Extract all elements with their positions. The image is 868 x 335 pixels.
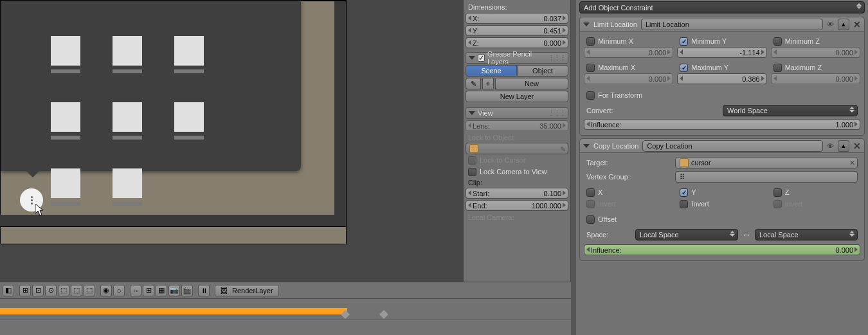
delete-constraint-button[interactable]: ✕ [853,141,861,151]
grease-pencil-checkbox[interactable]: ✓ [478,54,485,62]
drag-grip-icon[interactable]: ⋮⋮⋮ [548,109,565,118]
copy-x-checkbox[interactable]: X [584,186,673,198]
timeline[interactable] [0,299,572,335]
influence-field[interactable]: Influence:1.000 [584,119,860,130]
camera-icon[interactable]: 🎬 [181,285,193,296]
render-layer-label: RenderLayer [232,287,273,294]
shading-icon[interactable]: ◉ [100,285,112,296]
snap-icon[interactable]: ⊞ [19,285,31,296]
asset-thumb-1[interactable] [51,36,80,73]
gp-add-button[interactable]: + [482,78,494,89]
gp-new-button[interactable]: New [495,78,568,89]
lens-field[interactable]: Lens:35.000 [466,120,568,131]
eye-icon[interactable]: 👁 [827,21,834,28]
clip-start[interactable]: Start:0.100 [466,188,568,199]
min-y-checkbox[interactable]: Minimum Y [677,35,766,47]
add-object-constraint-dropdown[interactable]: Add Object Constraint [579,1,865,14]
delete-constraint-button[interactable]: ✕ [853,19,861,30]
asset-thumb-8[interactable] [113,168,142,206]
pencil-icon-button[interactable]: ✎ [466,78,481,89]
asset-thumb-7[interactable] [51,168,80,206]
local-camera-label: Local Camera: [466,212,568,222]
dimension-z[interactable]: Z:0.000 [466,37,568,48]
n-panel: Dimensions: X:0.037 Y:0.451 Z:0.000 ✓ Gr… [463,0,570,282]
convert-label: Convert: [586,107,613,114]
min-z-checkbox[interactable]: Minimum Z [771,35,860,47]
manipulator-icon[interactable]: ↔ [130,285,141,296]
viewport-header: ◧ ⊞ ⊡ ⊙ ⬚ ⬚ ⬚ ◉ ○ ↔ ⊞ ▦ 📷 🎬 ⏸ 🖼 RenderLa… [0,282,572,298]
eye-icon[interactable]: 👁 [827,142,834,150]
space-from-dropdown[interactable]: Local Space [635,229,738,240]
max-z-checkbox[interactable]: Maximum Z [771,62,860,73]
drag-grip-icon[interactable]: ⋮⋮⋮ [548,54,565,62]
proportional-icon[interactable]: ○ [113,285,125,296]
pause-icon[interactable]: ⏸ [198,285,210,296]
max-y-value[interactable]: 0.386 [677,73,766,84]
asset-popup[interactable] [1,1,301,171]
influence-field[interactable]: Influence:0.000 [584,244,860,255]
target-label: Target: [586,159,670,167]
dimensions-header: Dimensions: [466,1,568,13]
convert-dropdown[interactable]: World Space [723,105,858,116]
copy-y-checkbox[interactable]: Y [677,186,766,198]
asset-thumb-6[interactable] [174,102,204,140]
asset-thumb-3[interactable] [174,36,204,73]
invert-y-checkbox[interactable]: Invert [677,198,766,210]
collapse-toggle-icon[interactable] [583,23,590,26]
lock-to-cursor[interactable]: Lock to Cursor [466,154,568,166]
asset-thumb-4[interactable] [51,102,80,140]
max-x-value[interactable]: 0.000 [584,73,673,84]
snap-face-icon[interactable]: ⬚ [84,285,95,296]
new-layer-button[interactable]: New Layer [466,91,568,102]
snap-target-icon[interactable]: ⊙ [45,285,57,296]
layers-icon[interactable]: ▦ [156,285,167,296]
min-x-value[interactable]: 0.000 [584,47,673,58]
snap-type-icon[interactable]: ⊡ [32,285,44,296]
snap-edge-icon[interactable]: ⬚ [71,285,82,296]
gp-scene-tab[interactable]: Scene [466,65,517,77]
clear-icon[interactable]: ✕ [849,159,855,167]
lock-to-object-field[interactable]: ✎ [466,143,568,154]
target-field[interactable]: cursor ✕ [675,157,858,168]
min-z-value[interactable]: 0.000 [771,47,860,58]
collapse-toggle-icon[interactable] [583,144,590,148]
clip-end[interactable]: End:1000.000 [466,200,568,211]
snap-vert-icon[interactable]: ⬚ [58,285,69,296]
dimension-y[interactable]: Y:0.451 [466,25,568,36]
dimension-x[interactable]: X:0.037 [466,13,568,24]
eyedropper-icon[interactable]: ✎ [560,145,566,154]
constraint-copy-location: Copy Location Copy Location 👁 ▴ ✕ Target… [579,138,865,261]
asset-thumb-5[interactable] [113,102,142,140]
invert-x-checkbox[interactable]: Invert [584,198,673,210]
grease-pencil-header[interactable]: ✓ Grease Pencil Layers ⋮⋮⋮ [466,52,568,64]
view-header[interactable]: View ⋮⋮⋮ [466,107,568,119]
max-x-checkbox[interactable]: Maximum X [584,62,673,73]
vertex-group-field[interactable]: ⠿ [675,171,858,183]
move-up-button[interactable]: ▴ [838,140,849,152]
timeline-range [0,308,347,314]
copy-z-checkbox[interactable]: Z [771,186,860,198]
asset-thumb-2[interactable] [113,36,142,73]
min-x-checkbox[interactable]: Minimum X [584,35,673,47]
lock-camera-to-view[interactable]: Lock Camera to View [466,166,568,177]
max-z-value[interactable]: 0.000 [771,73,860,84]
constraint-name-field[interactable]: Limit Location [641,19,823,30]
space-to-dropdown[interactable]: Local Space [755,229,858,240]
region-separator[interactable] [571,0,576,335]
max-y-checkbox[interactable]: Maximum Y [677,62,766,73]
viewport-3d[interactable] [0,0,463,282]
offset-checkbox[interactable]: Offset [584,213,860,225]
for-transform-checkbox[interactable]: For Transform [584,89,860,101]
gp-object-tab[interactable]: Object [517,65,568,77]
keyframe-2[interactable] [379,305,388,314]
min-y-value[interactable]: -1.114 [677,47,766,58]
move-up-button[interactable]: ▴ [838,19,849,30]
vertex-group-label: Vertex Group: [586,173,670,181]
mode-dropdown-icon[interactable]: ◧ [3,285,14,296]
render-slot-icon[interactable]: 📷 [168,285,180,296]
constraint-name-field[interactable]: Copy Location [642,140,823,152]
invert-z-checkbox[interactable]: Invert [771,198,860,210]
render-layer-selector[interactable]: 🖼 RenderLayer [215,285,279,296]
keyframe-1[interactable] [341,305,350,314]
transform-icon[interactable]: ⊞ [143,285,154,296]
